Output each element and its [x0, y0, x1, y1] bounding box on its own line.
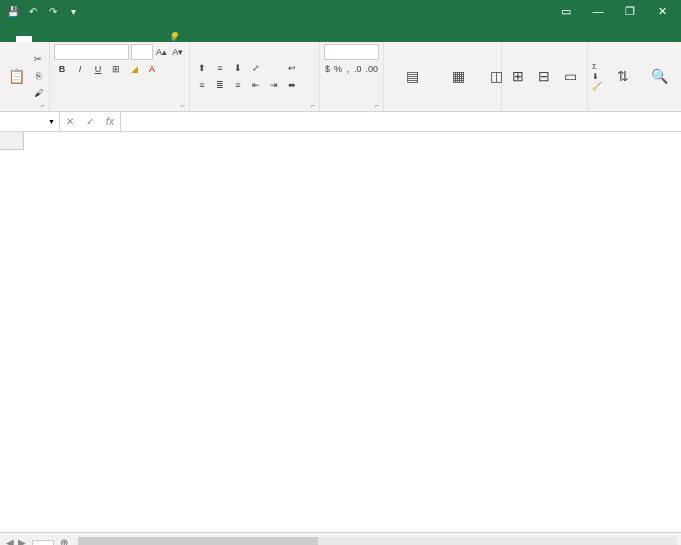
- align-bottom-icon[interactable]: ⬇: [230, 60, 246, 76]
- qat-more-icon[interactable]: ▾: [66, 4, 80, 18]
- align-top-icon[interactable]: ⬆: [194, 60, 210, 76]
- format-icon: ▭: [560, 66, 580, 86]
- ribbon: 📋 ✂ ⎘ 🖌 ⌐ A▴ A▾ B I U ⊞ ◢: [0, 42, 681, 112]
- wrap-text-button[interactable]: ↩: [284, 60, 302, 76]
- sort-icon: ⇅: [613, 66, 633, 86]
- number-format-combo[interactable]: [324, 44, 379, 60]
- format-as-table-button[interactable]: ▦: [438, 64, 478, 89]
- font-size-combo[interactable]: [131, 44, 153, 60]
- sheet-tab-bar: ◀ ▶ ⊕: [0, 532, 681, 545]
- increase-indent-icon[interactable]: ⇥: [266, 77, 282, 93]
- worksheet-grid[interactable]: [0, 132, 681, 532]
- italic-icon[interactable]: I: [72, 61, 88, 77]
- dialog-launcher-icon[interactable]: ⌐: [41, 102, 45, 109]
- clipboard-icon: 📋: [6, 66, 26, 86]
- find-select-button[interactable]: 🔍: [642, 64, 676, 89]
- scroll-thumb[interactable]: [78, 537, 318, 546]
- close-button[interactable]: ✕: [647, 0, 677, 22]
- group-number: $ % , .0 .00 ⌐: [320, 42, 384, 111]
- ribbon-options-icon[interactable]: ▭: [551, 0, 581, 22]
- cf-icon: ▤: [402, 66, 422, 86]
- merge-center-button[interactable]: ⬌: [284, 77, 302, 93]
- group-label: ⌐: [4, 108, 45, 109]
- bold-icon[interactable]: B: [54, 61, 70, 77]
- font-name-combo[interactable]: [54, 44, 129, 60]
- formula-bar: ▼ ✕ ✓ fx: [0, 112, 681, 132]
- enter-formula-icon[interactable]: ✓: [80, 116, 100, 127]
- clear-button[interactable]: 🧹: [592, 82, 604, 91]
- group-cells: ⊞ ⊟ ▭: [502, 42, 588, 111]
- paste-button[interactable]: 📋: [4, 64, 28, 89]
- select-all-corner[interactable]: [0, 132, 24, 150]
- table-icon: ▦: [448, 66, 468, 86]
- title-bar: 💾 ↶ ↷ ▾ ▭ — ❐ ✕: [0, 0, 681, 22]
- underline-icon[interactable]: U: [90, 61, 106, 77]
- fill-button[interactable]: ⬇: [592, 72, 604, 81]
- name-box[interactable]: ▼: [0, 112, 60, 131]
- chevron-down-icon: ▼: [48, 118, 55, 125]
- dialog-launcher-icon[interactable]: ⌐: [375, 102, 379, 109]
- minimize-button[interactable]: —: [583, 0, 613, 22]
- group-label: [388, 108, 497, 109]
- ribbon-tabs: 💡: [0, 22, 681, 42]
- sheet-nav-prev-icon[interactable]: ◀: [6, 537, 14, 545]
- group-label: [506, 108, 583, 109]
- align-center-icon[interactable]: ≣: [212, 77, 228, 93]
- sheet-tab[interactable]: [32, 540, 54, 545]
- search-icon: 🔍: [649, 66, 669, 86]
- redo-icon[interactable]: ↷: [46, 4, 60, 18]
- percent-icon[interactable]: %: [333, 61, 343, 77]
- delete-icon: ⊟: [534, 66, 554, 86]
- group-alignment: ⬆ ≡ ⬇ ⤢ ≡ ≣ ≡ ⇤ ⇥ ↩ ⬌ ⌐: [190, 42, 320, 111]
- align-left-icon[interactable]: ≡: [194, 77, 210, 93]
- comma-icon[interactable]: ,: [345, 61, 351, 77]
- decrease-indent-icon[interactable]: ⇤: [248, 77, 264, 93]
- format-cells-button[interactable]: ▭: [558, 64, 582, 89]
- tell-me-search[interactable]: 💡: [168, 32, 182, 42]
- add-sheet-button[interactable]: ⊕: [54, 537, 74, 545]
- increase-decimal-icon[interactable]: .0: [353, 61, 363, 77]
- group-styles: ▤ ▦ ◫: [384, 42, 502, 111]
- group-editing: Σ ⬇ 🧹 ⇅ 🔍: [588, 42, 681, 111]
- undo-icon[interactable]: ↶: [26, 4, 40, 18]
- save-icon[interactable]: 💾: [6, 4, 20, 18]
- horizontal-scrollbar[interactable]: [78, 537, 677, 546]
- quick-access-toolbar: 💾 ↶ ↷ ▾: [0, 4, 86, 18]
- merge-icon: ⬌: [284, 77, 300, 93]
- orientation-icon[interactable]: ⤢: [248, 60, 264, 76]
- border-icon[interactable]: ⊞: [108, 61, 124, 77]
- group-clipboard: 📋 ✂ ⎘ 🖌 ⌐: [0, 42, 50, 111]
- group-label: [592, 108, 677, 109]
- group-font: A▴ A▾ B I U ⊞ ◢ A ⌐: [50, 42, 190, 111]
- insert-icon: ⊞: [508, 66, 528, 86]
- delete-cells-button[interactable]: ⊟: [532, 64, 556, 89]
- cut-icon[interactable]: ✂: [30, 51, 46, 67]
- column-headers: [24, 132, 681, 150]
- sort-filter-button[interactable]: ⇅: [606, 64, 640, 89]
- sheet-nav-next-icon[interactable]: ▶: [18, 537, 26, 545]
- insert-cells-button[interactable]: ⊞: [506, 64, 530, 89]
- wrap-icon: ↩: [284, 60, 300, 76]
- group-label: ⌐: [194, 108, 315, 109]
- align-middle-icon[interactable]: ≡: [212, 60, 228, 76]
- formula-input[interactable]: [121, 112, 681, 131]
- conditional-formatting-button[interactable]: ▤: [388, 64, 436, 89]
- format-painter-icon[interactable]: 🖌: [30, 85, 46, 101]
- increase-font-icon[interactable]: A▴: [155, 44, 169, 60]
- fill-color-icon[interactable]: ◢: [126, 61, 142, 77]
- maximize-button[interactable]: ❐: [615, 0, 645, 22]
- copy-icon[interactable]: ⎘: [30, 68, 46, 84]
- font-color-icon[interactable]: A: [144, 61, 160, 77]
- autosum-button[interactable]: Σ: [592, 62, 604, 71]
- decrease-decimal-icon[interactable]: .00: [364, 61, 379, 77]
- group-label: ⌐: [54, 108, 185, 109]
- decrease-font-icon[interactable]: A▾: [171, 44, 185, 60]
- fx-icon[interactable]: fx: [100, 116, 120, 127]
- dialog-launcher-icon[interactable]: ⌐: [181, 102, 185, 109]
- accounting-icon[interactable]: $: [324, 61, 331, 77]
- align-right-icon[interactable]: ≡: [230, 77, 246, 93]
- dialog-launcher-icon[interactable]: ⌐: [311, 102, 315, 109]
- cancel-formula-icon[interactable]: ✕: [60, 116, 80, 127]
- group-label: ⌐: [324, 108, 379, 109]
